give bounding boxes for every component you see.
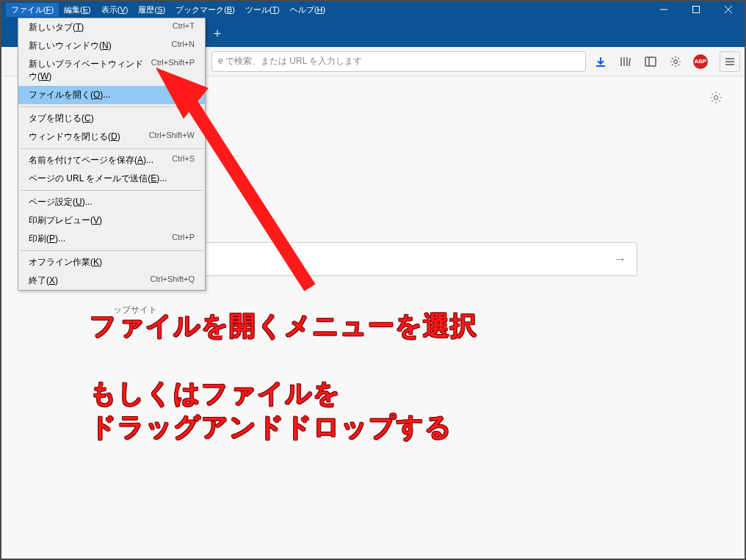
file-menu-item[interactable]: ウィンドウを閉じる(D)Ctrl+Shift+W <box>18 128 205 146</box>
file-menu-item[interactable]: 新しいプライベートウィンドウ(W)Ctrl+Shift+P <box>18 55 205 86</box>
file-menu-item[interactable]: オフライン作業(K) <box>18 253 205 272</box>
sidebar-icon[interactable] <box>643 54 658 69</box>
addon-gear-icon[interactable] <box>668 54 683 69</box>
file-menu-item[interactable]: 名前を付けてページを保存(A)...Ctrl+S <box>18 151 205 170</box>
svg-point-10 <box>714 95 717 99</box>
file-menu-item[interactable]: 印刷プレビュー(V) <box>18 211 205 230</box>
annotation-text-3: ドラッグアンドドロップする <box>90 410 452 446</box>
maximize-button[interactable] <box>680 1 712 18</box>
file-menu-item[interactable]: タブを閉じる(C) <box>18 109 205 128</box>
menu-separator <box>20 106 203 107</box>
file-menu-item[interactable]: ファイルを開く(O)...Ctrl+O <box>18 86 205 104</box>
downloads-icon[interactable] <box>593 54 608 69</box>
app-menu-button[interactable] <box>720 51 740 72</box>
menu-view[interactable]: 表示(V) <box>96 3 134 17</box>
minimize-button[interactable] <box>648 1 680 18</box>
file-menu-item[interactable]: 終了(X)Ctrl+Shift+Q <box>18 272 205 290</box>
menu-file[interactable]: ファイル(F) <box>6 3 59 17</box>
menubar: ファイル(F) 編集(E) 表示(V) 履歴(S) ブックマーク(B) ツール(… <box>1 1 745 18</box>
file-menu-dropdown: 新しいタブ(T)Ctrl+T新しいウィンドウ(N)Ctrl+N新しいプライベート… <box>18 18 206 291</box>
search-placeholder: ウェブを検索 <box>137 252 613 266</box>
file-menu-item[interactable]: ページの URL をメールで送信(E)... <box>18 170 205 188</box>
menu-history[interactable]: 履歴(S) <box>133 3 170 17</box>
file-menu-item[interactable]: 新しいタブ(T)Ctrl+T <box>18 18 205 37</box>
window-controls <box>648 1 745 18</box>
menu-edit[interactable]: 編集(E) <box>59 3 96 17</box>
file-menu-item[interactable]: 印刷(P)...Ctrl+P <box>18 230 205 248</box>
file-menu-item[interactable]: 新しいウィンドウ(N)Ctrl+N <box>18 37 205 55</box>
address-placeholder: e で検索、または URL を入力します <box>218 55 362 68</box>
svg-rect-4 <box>645 57 656 66</box>
menu-separator <box>20 250 203 251</box>
abp-icon[interactable]: ABP <box>693 54 708 69</box>
annotation-text-1: ファイルを開くメニューを選択 <box>90 308 477 344</box>
new-tab-button[interactable]: + <box>207 23 228 44</box>
menu-bookmarks[interactable]: ブックマーク(B) <box>170 3 240 17</box>
menu-help[interactable]: ヘルプ(H) <box>285 3 330 17</box>
file-menu-item[interactable]: ページ設定(U)... <box>18 193 205 211</box>
address-bar[interactable]: e で検索、または URL を入力します <box>211 51 586 72</box>
close-button[interactable] <box>712 1 745 18</box>
search-go-icon[interactable]: → <box>613 252 626 267</box>
settings-gear-icon[interactable] <box>709 91 723 107</box>
library-icon[interactable] <box>618 54 633 69</box>
menu-tools[interactable]: ツール(T) <box>240 3 285 17</box>
menu-separator <box>20 190 203 191</box>
annotation-text-2: もしくはファイルを <box>90 376 341 412</box>
svg-point-6 <box>674 59 678 63</box>
svg-rect-1 <box>693 7 700 13</box>
menu-separator <box>20 148 203 149</box>
